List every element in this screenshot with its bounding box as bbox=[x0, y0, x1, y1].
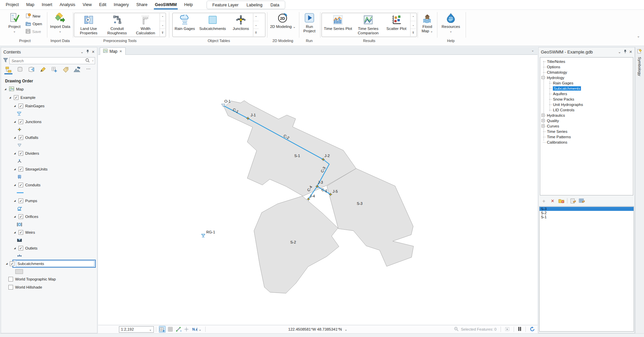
tree-expander-icon[interactable]: + bbox=[542, 119, 545, 122]
layer-row-orifices[interactable]: ◢ ✓ Orifices bbox=[1, 212, 97, 221]
feature-list-item[interactable]: S-1 bbox=[540, 215, 634, 219]
list-by-editing-tab[interactable] bbox=[39, 67, 47, 74]
more-tools-icon[interactable]: ⋯ bbox=[84, 67, 92, 73]
raingage-marker-RG-1[interactable] bbox=[202, 234, 205, 237]
tree-expander-icon[interactable]: ◢ bbox=[13, 215, 16, 218]
map-view-tab[interactable]: Map ✕ bbox=[100, 47, 126, 55]
search-icon[interactable] bbox=[85, 58, 90, 64]
tree-expander-icon[interactable]: − bbox=[542, 76, 545, 79]
list-by-selection-tab[interactable] bbox=[27, 67, 35, 74]
panel-menu-chevron-icon[interactable]: ⌄ bbox=[618, 50, 621, 54]
geoswmm-tree-item[interactable]: Aquifers bbox=[540, 91, 633, 97]
save-button[interactable]: Save bbox=[25, 28, 42, 35]
tree-expander-icon[interactable]: ◢ bbox=[13, 168, 16, 171]
tree-expander-icon[interactable]: + bbox=[542, 114, 545, 117]
filter-icon[interactable] bbox=[3, 58, 8, 64]
layer-row-subcatchments[interactable]: ◢ ✓ Subcatchments bbox=[12, 260, 96, 268]
geoswmm-tree-item[interactable]: Snow Packs bbox=[540, 97, 633, 102]
pin-icon[interactable] bbox=[624, 49, 627, 54]
menu-tab[interactable]: GeoSWMM bbox=[151, 0, 180, 9]
project-button[interactable]: Project⌄ bbox=[5, 11, 24, 38]
layer-checkbox[interactable]: ✓ bbox=[18, 214, 23, 219]
layer-checkbox[interactable]: ✓ bbox=[18, 183, 23, 187]
layer-row-raingages[interactable]: ◢ ✓ RainGages bbox=[1, 102, 97, 110]
layer-row-pumps[interactable]: ◢ ✓ Pumps bbox=[1, 196, 97, 205]
geoswmm-tree-item[interactable]: Calibrations bbox=[540, 140, 633, 145]
run-project-button[interactable]: Run Project bbox=[300, 11, 319, 38]
close-icon[interactable]: ✕ bbox=[119, 49, 122, 53]
layer-checkbox[interactable]: ✓ bbox=[10, 261, 14, 266]
tree-expander-icon[interactable]: ◢ bbox=[8, 96, 12, 99]
layer-checkbox[interactable]: ✓ bbox=[18, 119, 23, 124]
tree-expander-icon[interactable]: ◢ bbox=[13, 184, 16, 186]
scroll-up-button[interactable]: ⌃ bbox=[411, 13, 416, 21]
menu-tab[interactable]: Insert bbox=[38, 0, 56, 9]
layer-row-world-hillshade[interactable]: World Hillshade bbox=[1, 283, 97, 291]
tree-expander-icon[interactable]: ◢ bbox=[13, 247, 16, 250]
snap-button[interactable] bbox=[183, 326, 190, 333]
subcatchment-polygon-S-3[interactable] bbox=[327, 168, 414, 266]
tree-expander-icon[interactable]: ◢ bbox=[13, 136, 16, 139]
map-svg[interactable]: O-1C-1J-1C-2S-1J-2C-3J-3C-4J-4C-5J-5S-3R… bbox=[98, 55, 538, 325]
menu-tab[interactable]: View bbox=[79, 0, 95, 9]
layer-row-outfalls[interactable]: ◢ ✓ Outfalls bbox=[1, 133, 97, 142]
list-by-snapping-tab[interactable] bbox=[50, 67, 58, 74]
north-arrow-button[interactable]: N ⌄ bbox=[191, 326, 203, 333]
geoswmm-tree-item[interactable]: Rain Gages bbox=[540, 80, 633, 86]
scroll-down-button[interactable]: ⌄ bbox=[160, 21, 165, 29]
list-by-perspective-imagery-tab[interactable] bbox=[73, 67, 81, 74]
layer-row-storageunits[interactable]: ◢ ✓ StorageUnits bbox=[1, 165, 97, 173]
close-icon[interactable]: ✕ bbox=[92, 50, 95, 54]
geoswmm-tree-item[interactable]: Subcatchments bbox=[540, 86, 633, 91]
layer-row-junctions[interactable]: ◢ ✓ Junctions bbox=[1, 117, 97, 126]
tree-expander-icon[interactable]: ◢ bbox=[13, 152, 16, 155]
selection-constraint-icon[interactable] bbox=[505, 327, 510, 332]
feature-list-item[interactable]: S-3 bbox=[540, 207, 634, 211]
layer-row-dividers[interactable]: ◢ ✓ Dividers bbox=[1, 149, 97, 157]
layer-rename-field[interactable]: Subcatchments bbox=[16, 261, 94, 267]
layer-row-outlets[interactable]: ◢ ✓ Outlets bbox=[1, 244, 97, 252]
geoswmm-tree-item[interactable]: − Hydrology bbox=[540, 75, 633, 80]
open-button[interactable]: Open bbox=[25, 20, 42, 28]
width-calculation-button[interactable]: Width Calculation bbox=[131, 13, 160, 36]
pause-drawing-button[interactable] bbox=[518, 327, 521, 332]
menu-tab[interactable]: Imagery bbox=[110, 0, 132, 9]
menu-tab[interactable]: Map bbox=[23, 0, 38, 9]
map-canvas[interactable]: O-1C-1J-1C-2S-1J-2C-3J-3C-4J-4C-5J-5S-3R… bbox=[98, 55, 538, 325]
scroll-down-button[interactable]: ⌄ bbox=[411, 21, 416, 29]
feature-list-item[interactable]: S-2 bbox=[540, 211, 634, 215]
layer-checkbox[interactable]: ✓ bbox=[18, 167, 23, 172]
menu-tab[interactable]: Help bbox=[180, 0, 197, 9]
geoswmm-tree-item[interactable]: + Curves bbox=[540, 123, 633, 129]
menu-tab[interactable]: Analysis bbox=[56, 0, 79, 9]
layer-checkbox[interactable]: ✓ bbox=[18, 246, 23, 251]
layer-checkbox[interactable]: ✓ bbox=[18, 230, 23, 235]
layer-row-weirs[interactable]: ◢ ✓ Weirs bbox=[1, 228, 97, 236]
scroll-up-button[interactable]: ⌃ bbox=[253, 13, 259, 21]
2d-modeling-button[interactable]: 2D 2D Modeling ⌄ bbox=[269, 11, 297, 38]
tree-item-map[interactable]: ◢ Map bbox=[1, 85, 97, 93]
import-data-button[interactable]: Import Data ⌄ bbox=[49, 11, 71, 38]
edit-table-button[interactable] bbox=[579, 198, 585, 204]
grid-button[interactable] bbox=[167, 326, 174, 333]
geoswmm-tree-item[interactable]: Unit Hydrographs bbox=[540, 102, 633, 107]
geoswmm-tree-item[interactable]: + Hydraulics bbox=[540, 113, 633, 118]
layer-checkbox[interactable]: ✓ bbox=[18, 198, 23, 203]
layer-checkbox[interactable]: ✓ bbox=[18, 151, 23, 156]
layer-checkbox[interactable]: ✓ bbox=[14, 95, 18, 100]
ribbon-collapse-icon[interactable]: ⌄ bbox=[637, 34, 640, 38]
layer-checkbox[interactable]: ✓ bbox=[18, 104, 23, 108]
list-by-data-source-tab[interactable] bbox=[16, 67, 24, 74]
conduit-roughness-button[interactable]: Conduit Roughness bbox=[103, 13, 132, 36]
more-options-button[interactable]: ⊽ bbox=[411, 29, 416, 36]
menu-tab[interactable]: Share bbox=[133, 0, 151, 9]
edit-feature-button[interactable] bbox=[570, 198, 576, 204]
scale-combo[interactable]: 1:2,192 ⌄ bbox=[119, 326, 154, 333]
more-options-button[interactable]: ⊽ bbox=[253, 29, 259, 36]
list-by-labeling-tab[interactable] bbox=[61, 67, 70, 74]
tree-expander-icon[interactable]: ◢ bbox=[13, 105, 16, 107]
measure-button[interactable] bbox=[175, 326, 182, 333]
contextual-tab[interactable]: Data bbox=[266, 3, 283, 7]
tree-expander-icon[interactable]: ◢ bbox=[5, 262, 8, 265]
geoswmm-tree-item[interactable]: Title/Notes bbox=[540, 59, 633, 64]
